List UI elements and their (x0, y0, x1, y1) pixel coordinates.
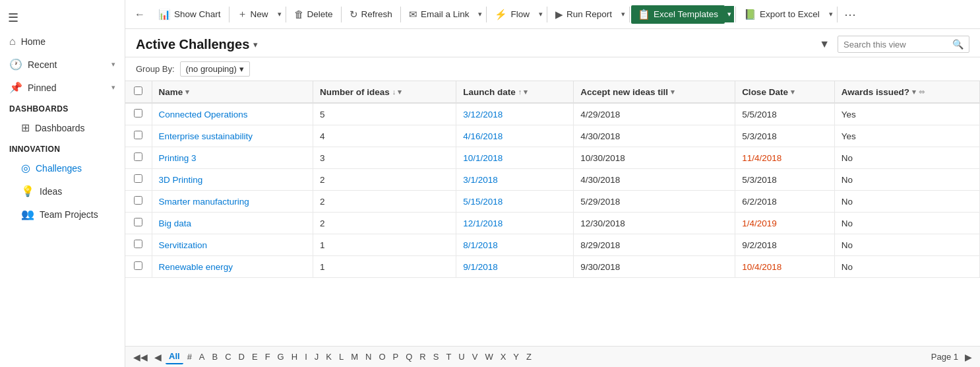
bottom-nav-t[interactable]: T (443, 350, 454, 364)
prev-page-btn[interactable]: ◀ (152, 350, 164, 364)
next-page-btn[interactable]: ▶ (962, 350, 975, 364)
hamburger-menu[interactable]: ☰ (0, 5, 125, 30)
bottom-nav-z[interactable]: Z (523, 350, 535, 364)
sidebar-item-pinned[interactable]: 📌 Pinned ▾ (0, 76, 125, 99)
bottom-nav-h[interactable]: H (288, 350, 301, 364)
bottom-nav-y[interactable]: Y (510, 350, 522, 364)
run-report-button[interactable]: ▶ Run Report (549, 5, 619, 24)
page-title-chevron[interactable]: ▾ (253, 40, 258, 50)
row-awards: No (834, 147, 979, 169)
run-report-chevron[interactable]: ▾ (619, 6, 628, 22)
sep4 (400, 7, 401, 22)
pinned-chevron: ▾ (111, 83, 115, 92)
section-dashboards: Dashboards (0, 99, 125, 116)
page-header: Active Challenges ▾ ▼ 🔍 (125, 29, 980, 57)
bottom-nav-e[interactable]: E (249, 350, 261, 364)
bottom-nav-all[interactable]: All (166, 349, 183, 364)
bottom-nav-d[interactable]: D (235, 350, 248, 364)
bottom-nav-#[interactable]: # (184, 350, 195, 364)
bottom-nav-x[interactable]: X (497, 350, 510, 364)
row-name[interactable]: Servitization (152, 234, 313, 256)
row-name[interactable]: Renewable energy (152, 256, 313, 278)
bottom-nav-s[interactable]: S (430, 350, 443, 364)
th-close-date[interactable]: Close Date ▾ (735, 81, 835, 103)
excel-templates-chevron[interactable]: ▾ (725, 6, 734, 22)
select-all-checkbox[interactable] (134, 86, 142, 95)
flow-chevron[interactable]: ▾ (536, 6, 545, 22)
groupby-select[interactable]: (no grouping) ▾ (180, 61, 250, 77)
bottom-nav-g[interactable]: G (274, 350, 288, 364)
flow-button[interactable]: ⚡ Flow (488, 5, 536, 24)
delete-icon: 🗑 (294, 9, 304, 20)
email-link-button[interactable]: ✉ Email a Link (402, 5, 476, 24)
bottom-nav-u[interactable]: U (455, 350, 468, 364)
excel-templates-icon: 📋 (638, 9, 650, 20)
th-awards[interactable]: Awards issued? ▾ ⇔ (834, 81, 979, 103)
row-name[interactable]: Connected Operations (152, 103, 313, 125)
bottom-nav-f[interactable]: F (262, 350, 274, 364)
resize-handle[interactable]: ⇔ (919, 88, 925, 96)
bottom-nav-n[interactable]: N (362, 350, 375, 364)
row-name[interactable]: Smarter manufacturing (152, 191, 313, 213)
row-name[interactable]: Enterprise sustainability (152, 125, 313, 147)
back-button[interactable]: ← (128, 5, 152, 24)
row-name[interactable]: 3D Printing (152, 169, 313, 191)
bottom-nav-o[interactable]: O (375, 350, 388, 364)
row-checkbox[interactable] (134, 131, 142, 139)
export-chevron[interactable]: ▾ (826, 6, 836, 22)
email-chevron[interactable]: ▾ (475, 6, 485, 22)
row-checkbox[interactable] (134, 261, 142, 270)
bottom-nav-a[interactable]: A (196, 350, 208, 364)
refresh-button[interactable]: ↻ Refresh (343, 5, 399, 24)
row-close-date: 9/2/2018 (735, 234, 835, 256)
bottom-nav-b[interactable]: B (209, 350, 222, 364)
row-checkbox[interactable] (134, 109, 142, 117)
show-chart-button[interactable]: 📊 Show Chart (152, 5, 228, 24)
row-checkbox[interactable] (134, 196, 142, 205)
search-input[interactable] (843, 40, 948, 50)
table-row: Connected Operations 5 3/12/2018 4/29/20… (125, 103, 980, 125)
sidebar-item-ideas[interactable]: 💡 Ideas (0, 180, 125, 203)
bottom-nav-l[interactable]: L (336, 350, 347, 364)
new-icon: ＋ (237, 8, 247, 20)
row-checkbox[interactable] (134, 218, 142, 226)
bottom-nav-i[interactable]: I (301, 350, 311, 364)
bottom-nav-q[interactable]: Q (402, 350, 415, 364)
bottom-nav-w[interactable]: W (481, 350, 496, 364)
row-name[interactable]: Big data (152, 213, 313, 234)
new-chevron[interactable]: ▾ (275, 6, 284, 22)
bottom-nav-r[interactable]: R (416, 350, 429, 364)
first-page-btn[interactable]: ◀◀ (131, 350, 150, 364)
table-row: Printing 3 3 10/1/2018 10/30/2018 11/4/2… (125, 147, 980, 169)
row-num-ideas: 1 (313, 234, 456, 256)
row-checkbox[interactable] (134, 174, 142, 183)
bottom-nav-m[interactable]: M (348, 350, 361, 364)
row-checkbox[interactable] (134, 152, 142, 161)
filter-icon[interactable]: ▼ (816, 36, 832, 53)
th-num-ideas[interactable]: Number of ideas ↓ ▾ (313, 81, 456, 103)
sidebar-item-dashboards[interactable]: ⊞ Dashboards (0, 116, 125, 139)
sidebar-item-team-projects[interactable]: 👥 Team Projects (0, 203, 125, 226)
row-checkbox[interactable] (134, 240, 142, 248)
bottom-nav-c[interactable]: C (222, 350, 234, 364)
new-button[interactable]: ＋ New (231, 4, 275, 24)
search-icon[interactable]: 🔍 (952, 39, 964, 50)
export-to-excel-button[interactable]: 📗 Export to Excel (737, 5, 826, 24)
more-options-button[interactable]: ⋯ (839, 5, 861, 24)
sidebar-item-home[interactable]: ⌂ Home (0, 30, 125, 53)
bottom-nav-j[interactable]: J (311, 350, 322, 364)
bottom-nav-v[interactable]: V (469, 350, 481, 364)
excel-templates-button[interactable]: 📋 Excel Templates (631, 5, 725, 24)
table-body: Connected Operations 5 3/12/2018 4/29/20… (125, 103, 980, 278)
th-accept-new[interactable]: Accept new ideas till ▾ (574, 81, 735, 103)
sidebar-item-recent[interactable]: 🕐 Recent ▾ (0, 53, 125, 76)
bottom-nav-p[interactable]: P (390, 350, 402, 364)
th-launch-date[interactable]: Launch date ↑ ▾ (456, 81, 574, 103)
bottom-nav-k[interactable]: K (322, 350, 335, 364)
th-name[interactable]: Name ▾ (152, 81, 313, 103)
row-name[interactable]: Printing 3 (152, 147, 313, 169)
row-close-date: 5/3/2018 (735, 125, 835, 147)
delete-button[interactable]: 🗑 Delete (288, 5, 340, 24)
row-accept-new: 4/30/2018 (574, 125, 735, 147)
sidebar-item-challenges[interactable]: ◎ Challenges (0, 156, 125, 180)
